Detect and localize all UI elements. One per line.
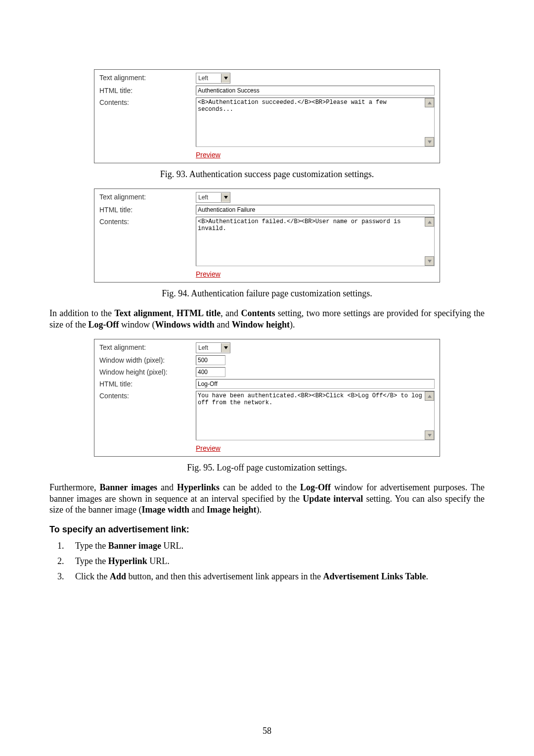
html-title-label: HTML title:	[99, 86, 196, 94]
scrollbar-up-icon[interactable]	[425, 217, 434, 227]
html-title-label: HTML title:	[99, 205, 196, 214]
text-alignment-label: Text alignment:	[99, 342, 196, 351]
step-2: Type the Hyperlink URL.	[66, 556, 485, 567]
preview-link[interactable]: Preview	[196, 151, 221, 159]
html-title-input[interactable]	[196, 86, 435, 95]
chevron-down-icon[interactable]	[221, 193, 230, 202]
step-3: Click the Add button, and then this adve…	[66, 571, 485, 582]
fig93-caption: Fig. 93. Authentication success page cus…	[49, 169, 485, 180]
html-title-label: HTML title:	[99, 379, 196, 388]
text-alignment-label: Text alignment:	[99, 73, 196, 82]
paragraph-1: In addition to the Text alignment, HTML …	[49, 308, 485, 330]
paragraph-2: Furthermore, Banner images and Hyperlink…	[49, 482, 485, 516]
text-alignment-select[interactable]: Left	[196, 342, 230, 353]
fig94-caption: Fig. 94. Authentication failure page cus…	[49, 288, 485, 299]
html-title-input[interactable]	[196, 379, 435, 389]
contents-textarea[interactable]	[196, 97, 435, 147]
window-width-input[interactable]	[196, 355, 225, 365]
preview-link[interactable]: Preview	[196, 270, 221, 278]
window-height-input[interactable]	[196, 367, 225, 377]
page-number: 58	[0, 726, 534, 736]
scrollbar-down-icon[interactable]	[425, 137, 434, 146]
contents-label: Contents:	[99, 217, 196, 226]
fig94-panel: Text alignment: Left HTML title: Content…	[94, 189, 440, 283]
chevron-down-icon[interactable]	[221, 74, 230, 83]
window-height-label: Window height (pixel):	[99, 367, 196, 376]
text-alignment-select[interactable]: Left	[196, 73, 230, 84]
text-alignment-label: Text alignment:	[99, 192, 196, 201]
html-title-input[interactable]	[196, 205, 435, 215]
scrollbar-up-icon[interactable]	[425, 98, 434, 107]
scrollbar-down-icon[interactable]	[425, 256, 434, 266]
fig95-caption: Fig. 95. Log-off page customization sett…	[49, 463, 485, 473]
contents-textarea[interactable]	[196, 217, 435, 266]
chevron-down-icon[interactable]	[221, 343, 230, 352]
fig95-panel: Text alignment: Left Window width (pixel…	[94, 339, 440, 457]
preview-link[interactable]: Preview	[196, 444, 221, 452]
text-alignment-select[interactable]: Left	[196, 192, 230, 203]
text-alignment-value: Left	[196, 75, 221, 82]
section-heading: To specify an advertisement link:	[49, 524, 485, 535]
step-1: Type the Banner image URL.	[66, 541, 485, 551]
fig93-panel: Text alignment: Left HTML title: Content…	[94, 69, 440, 163]
contents-label: Contents:	[99, 97, 196, 106]
text-alignment-value: Left	[196, 344, 221, 351]
contents-textarea[interactable]	[196, 391, 435, 440]
scrollbar-up-icon[interactable]	[425, 391, 434, 401]
contents-label: Contents:	[99, 391, 196, 400]
text-alignment-value: Left	[196, 194, 221, 201]
scrollbar-down-icon[interactable]	[425, 430, 434, 440]
window-width-label: Window width (pixel):	[99, 355, 196, 364]
steps-list: Type the Banner image URL. Type the Hype…	[49, 541, 485, 582]
